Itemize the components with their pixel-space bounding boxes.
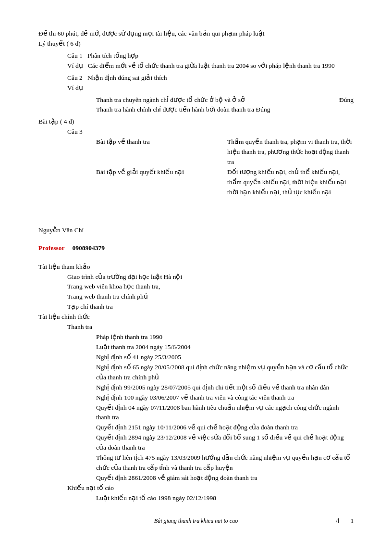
footer-page: 1 [351,516,354,526]
row2: Thanh tra hành chính chỉ được tiến hành … [96,105,354,115]
author-name: Nguyễn Văn Chí [38,226,354,236]
cau2-section: Câu 2 Nhận định đúng sai giải thích Ví d… [38,73,354,93]
luat-tt-0: Luật thanh tra 2004 ngày 15/6/2004 [96,342,354,352]
tham-khao-items: Giao trình của trường đại học luật Hà nộ… [38,272,354,313]
bt2-label: Bài tập về giải quyết khiếu nại [96,167,222,198]
ref-item-3: Tạp chí thanh tra [67,302,354,312]
bt2-row: Bài tập về giải quyết khiếu nại Đối tượn… [96,167,354,198]
vidu1-row: Ví dụ Các điểm mới về tổ chức thanh tra … [67,61,354,71]
luat-tt-7: Quyết định 2894 ngày 23/12/2008 về việc … [96,433,354,453]
bt1-label: Bài tập về thanh tra [96,137,222,167]
luat-khieu-nai: Luật khiếu nại tố cáo 1998 ngày 02/12/19… [96,493,354,503]
cau1-text: Phân tích tổng hợp [87,52,138,59]
cau1-section: Câu 1 Phân tích tổng hợp Ví dụ Các điểm … [38,51,354,71]
baitap-section: Bài tập ( 4 đ) Câu 3 Bài tập về thanh tr… [38,117,354,197]
luat-tt-8: Thông tư liên tịch 475 ngày 13/03/2009 h… [96,453,354,473]
vidu2-section: Thanh tra chuyên ngành chỉ được tổ chức … [38,95,354,115]
vidu1-text: Các điểm mới về tổ chức thanh tra giữa l… [88,62,335,69]
luat-tt-4: Nghị định 100 ngày 03/06/2007 về thanh t… [96,393,354,403]
luat-tt-6: Quyết định 2151 ngày 10/11/2006 về qui c… [96,423,354,433]
author-section: Nguyễn Văn Chí [38,226,354,236]
page: Đề thi 60 phút, đề mở, được sử dụng mọi … [0,0,392,540]
vidu2-label: Ví dụ [67,83,354,93]
bt1-text: Thẩm quyền thanh tra, phạm vi thanh tra,… [227,137,354,167]
footer: Bài giang thanh tra khieu nai to cao /l … [0,516,392,526]
luat-tt-3: Nghị định 99/2005 ngày 28/07/2005 qui đị… [96,383,354,393]
luat-khieu-nai-block: Luật khiếu nại tố cáo 1998 ngày 02/12/19… [67,493,354,503]
exam-line1: Đề thi 60 phút, đề mở, được sử dụng mọi … [38,29,354,39]
row1-left: Thanh tra chuyên ngành chỉ được tổ chức … [96,95,339,105]
professor-line: Professor 0908904379 [38,243,354,253]
exam-header: Đề thi 60 phút, đề mở, được sử dụng mọi … [38,29,354,49]
luat-tt-9: Quyết định 2861/2008 về giám sát hoạt độ… [96,473,354,483]
cau3-block: Câu 3 Bài tập về thanh tra Thẩm quyền th… [38,127,354,197]
tham-khao-label: Tài liệu tham khảo [38,262,354,272]
khieu-nai-label: Khiếu nại tố cáo [67,483,354,493]
ref-item-0: Giao trình của trường đại học luật Hà nộ… [67,272,354,282]
phap-lenh-label: Pháp lệnh thanh tra 1990 [96,332,354,342]
cau3-label: Câu 3 [67,127,354,137]
bt-items: Bài tập về thanh tra Thẩm quyền thanh tr… [67,137,354,198]
chinh-thuc-label: Tài liệu chính thức [38,312,354,322]
cau2-row: Câu 2 Nhận định đúng sai giải thích [67,73,354,83]
luat-tt-5: Quyết định 04 ngày 07/11/2008 ban hành t… [96,403,354,423]
bt1-row: Bài tập về thanh tra Thẩm quyền thanh tr… [96,137,354,167]
luat-tt-1: Nghị định số 41 ngày 25/3/2005 [96,352,354,363]
references-section: Tài liệu tham khảo Giao trình của trường… [38,262,354,503]
bt2-text: Đối tượng khiếu nại, chủ thể khiếu nại, … [227,167,354,198]
professor-label: Professor [38,243,64,253]
chinh-thuc-block: Thanh tra Pháp lệnh thanh tra 1990 Luật … [38,322,354,503]
cau1-label: Câu 1 [67,52,83,59]
ref-item-1: Trang web viên khoa học thanh tra, [67,282,354,292]
professor-phone: 0908904379 [72,243,105,253]
row1-right: Đúng [339,95,354,105]
thanh-tra-label: Thanh tra [67,322,354,332]
footer-slash: /l [336,516,339,526]
cau2-text: Nhận định đúng sai giải thích [87,74,167,81]
luat-tt-items: Pháp lệnh thanh tra 1990 Luật thanh tra … [67,332,354,483]
ref-item-2: Trang web thanh tra chính phủ [67,292,354,302]
cau2-label: Câu 2 [67,74,83,81]
vidu1-label: Ví dụ [67,62,83,69]
luat-tt-2: Nghị định số 65 ngày 20/05/2008 qui định… [96,363,354,383]
cau1-row: Câu 1 Phân tích tổng hợp [67,51,354,61]
footer-text: Bài giang thanh tra khieu nai to cao [0,516,392,526]
row1: Thanh tra chuyên ngành chỉ được tổ chức … [96,95,354,105]
baitap-label: Bài tập ( 4 đ) [38,117,354,127]
ly-thuyet-label: Lý thuyết ( 6 đ) [38,39,354,49]
